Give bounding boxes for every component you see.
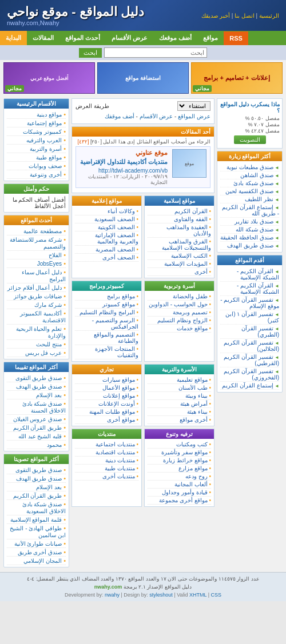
banner-3[interactable]: أفضل موقع عربي مجاني — [3, 62, 95, 94]
islamic-section: مواقع إسلامية القرآن الكريم الفقه والفتا… — [144, 195, 214, 278]
list-item: الفرق والمذاهب والتسجيلات الإسلامية — [148, 238, 211, 252]
list-item: صندق طريق الهدف — [220, 242, 279, 250]
banner-area: إعلانات + تصاميم + برامج مجاني استضافة م… — [0, 60, 286, 96]
stats-row-3: مفصل ٤٢.٤٧ % — [220, 128, 280, 134]
banner-2[interactable]: استضافة مواقع — [97, 62, 189, 94]
list-item: بعد الإسلام — [7, 483, 66, 491]
nav-item-rss[interactable]: RSS — [224, 31, 248, 45]
nav-item-browse[interactable]: عرض الأقسام — [106, 31, 153, 45]
commerce-section: تجاري مواقع سيارات مواقع الأعمال مواقع إ… — [72, 364, 142, 426]
nav-item-articles[interactable]: المقالات — [27, 31, 59, 45]
site-header: الرئيسية | اتصل بنا | أخبر صديقك دليل ال… — [0, 0, 286, 31]
list-item: المجان الإسلامي — [7, 557, 66, 565]
list-item: مواقع أخرى مجموعة — [148, 497, 211, 505]
list-item: طفل والحضانة — [148, 293, 211, 301]
nav-item-add[interactable]: أضف موقعك — [153, 31, 197, 45]
view-filter[interactable]: استفتاء — [177, 101, 210, 111]
sections-grid: مواقع إسلامية القرآن الكريم الفقه والفتا… — [72, 195, 214, 507]
home-link[interactable]: الرئيسية — [259, 13, 279, 19]
list-item: البرامج والنظام التسليم — [75, 309, 138, 317]
list-item: عرب فل بريس — [7, 349, 66, 357]
list-item: أخرى — [148, 268, 211, 276]
stats-row-2: مفصل ٧.٠٧ % — [220, 122, 280, 127]
vote-button[interactable]: التصويت — [234, 135, 266, 144]
list-item: كمبيوتر وشبكات — [7, 127, 66, 136]
list-item: منتديات اجتماعية — [75, 441, 138, 449]
forum-meta: ٢٠٠٩/٧/١٩ - الزيارات: ١٢ - المنتديات الت… — [80, 174, 168, 185]
list-item: منتديات أخرى — [75, 473, 138, 481]
entertainment-header: ترفيه وتنوع — [145, 429, 214, 439]
commerce-content: مواقع سيارات مواقع الأعمال مواقع إعلانات… — [72, 374, 141, 426]
list-item: طريق القرآن الكريم — [7, 423, 66, 432]
list-item: صيانات طوارئ الأنية — [7, 539, 66, 548]
filter-label: طريقة العرض — [76, 103, 109, 109]
forum-title: موقع عناوني — [80, 149, 168, 157]
list-item: صندق شبكة بادئ الاخلاق الحسنة — [7, 399, 66, 415]
list-item: مواقع أخرى — [75, 416, 138, 424]
most-rated-box: أكثر المواقع تقييما صندق طريق التقوى صند… — [3, 362, 69, 451]
proverb-header: حكم وأمثل — [4, 184, 69, 194]
nav-item-home[interactable]: البداية — [0, 31, 27, 45]
forum-url[interactable]: http://tdwl-academy.com/vb — [80, 167, 168, 174]
list-item: صندق الكفسية لحين — [220, 187, 279, 195]
stats-box: ماذا يسكرب دليل المواقع ؟ مفصل ٥٠.٥٠ % م… — [217, 98, 283, 149]
most-voted-content: صندق طريق التقوى صندق طريق الهدف بعد الإ… — [4, 464, 69, 567]
nav-item-mawaqe[interactable]: مواقع — [197, 31, 224, 45]
list-item: أخرى مواقع — [148, 416, 211, 424]
search-input[interactable] — [104, 47, 207, 58]
main-sections-header: الأقسام الرئيسية — [4, 99, 69, 109]
list-item: تفسير القرآن الكريم (القرطبي) — [220, 353, 279, 367]
featured-content: الرجاء من أصحاب المواقع الشائل إدى هذا ا… — [72, 137, 214, 193]
list-item: صندق مطبعات نبوية — [220, 163, 279, 171]
latest-header: أحدث المواقع — [4, 215, 69, 225]
list-item: تفسير القرآن ١ (ابن كثير) — [220, 310, 279, 325]
list-item: JobsEyes — [7, 259, 66, 268]
list-item: صندق طريق التقوى — [7, 374, 66, 382]
main-content: ماذا يسكرب دليل المواقع ؟ مفصل ٥٠.٥٠ % م… — [0, 96, 286, 572]
list-item: صندق الشاهن — [220, 171, 279, 179]
trade-header: الأسرة والتربية — [145, 365, 214, 374]
list-item: كتب ومكتبات — [148, 441, 211, 449]
proverb-content: أفضل أصناف الحكم ما أعجل الألفاظ — [4, 194, 69, 212]
list-item: أخرى وتنوعية — [7, 170, 66, 179]
nav-item-latest[interactable]: أحدث المواقع — [59, 31, 106, 45]
oldest-sites-header: أقدم المواقع — [217, 255, 282, 265]
list-item: الفلاح — [7, 251, 66, 259]
list-item: الكتب الإسلامية — [148, 252, 211, 260]
list-item: محمود — [7, 441, 66, 449]
list-item: صندق أخرى طريق — [7, 548, 66, 557]
list-item: طب الأسنان — [148, 384, 211, 392]
footer-site-link[interactable]: nwahy.com — [94, 584, 122, 590]
list-item: مواقع دينية — [7, 110, 66, 119]
list-item: نظر اللطيف — [220, 195, 279, 203]
most-voted-box: أكثر المواقع تصويتا صندق طريق التقوى صند… — [3, 454, 69, 567]
list-item: صحف وبوابات — [7, 162, 66, 170]
contact-link[interactable]: اتصل بنا — [235, 13, 255, 19]
forum-post: موقع موقع عناوني منتديات أكاديمية للتداو… — [76, 146, 210, 188]
featured-header: أحد المقالات — [72, 127, 214, 137]
main-sections-box: الأقسام الرئيسية مواقع دينية مواقع إجتما… — [3, 98, 69, 181]
trade-content: مواقع تعليمية طب الأسنان بيناء وبيئة أمر… — [145, 374, 214, 426]
list-item: الصحف المصرية — [75, 246, 138, 254]
list-item: مصطفحة عالمية — [7, 227, 66, 235]
forum-thumbnail: موقع — [172, 149, 206, 178]
entertainment-section: ترفيه وتنوع كتب ومكتبات مواقع سفر وتأشير… — [144, 429, 214, 507]
tell-friend-link[interactable]: أخبر صديقك — [201, 13, 230, 19]
featured-box: أحد المقالات الرجاء من أصحاب المواقع الش… — [72, 126, 214, 193]
list-item: مواقع سفر وتأشيرة — [148, 449, 211, 457]
list-item: الصحف الكويتية — [75, 223, 138, 231]
list-item: قيادة وأمور وجداول — [148, 489, 211, 497]
footer-link: دليل المواقع الإصدار ٢.١ برمجة nwahy.com — [3, 584, 283, 590]
search-button[interactable]: ابحث — [79, 48, 102, 58]
list-item: مواقع برامج — [75, 293, 138, 301]
forums-section: منتديات منتديات اجتماعية منتديات اقتصادي… — [72, 429, 142, 507]
list-item: صندق الحافظة الحقيقة — [220, 234, 279, 242]
banner-1[interactable]: إعلانات + تصاميم + برامج مجاني — [191, 62, 283, 94]
oldest-sites-box: أقدم المواقع القرآن الكريم - الشبكة الإس… — [217, 255, 283, 393]
filter-row: استفتاء طريقة العرض — [76, 101, 210, 111]
most-visited-content: صندق مطبعات نبوية صندق الشاهن صندق شبكة … — [217, 161, 282, 252]
list-item: الفقه والفتاوى — [148, 215, 211, 223]
site-footer: عدد الزوار ١١٤٥٧٥ والموضوعات حتى الان ١٧… — [0, 572, 286, 601]
most-voted-header: أكثر المواقع تصويتا — [4, 454, 69, 464]
computer-content: مواقع برامج مواقع كمبيوتر البرامج والنظا… — [72, 291, 141, 361]
